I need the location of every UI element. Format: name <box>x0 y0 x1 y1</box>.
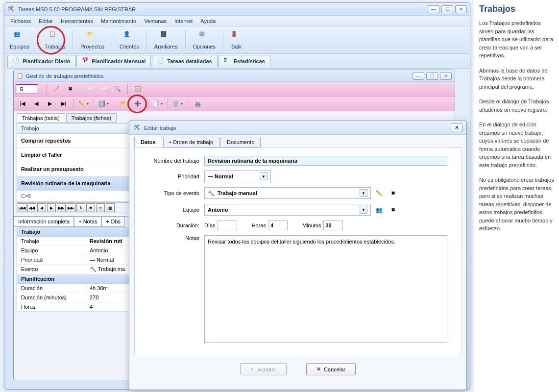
sigma-icon: Σ <box>224 57 232 65</box>
accept-button[interactable]: ✓Aceptar <box>240 363 287 375</box>
tab-planificador-diario[interactable]: 🕐Planificador Diario <box>7 55 75 67</box>
hammer-icon: 🔨 <box>208 190 215 196</box>
main-toolbar: 👥Equipos 📋Trabajos 📁Proyectos 👤Clientes … <box>4 26 470 54</box>
x-icon: ✕ <box>316 366 321 372</box>
delete-record-icon[interactable]: 🗑️▼ <box>172 98 183 109</box>
dialog-titlebar: 🛠️ Editar trabajo ✕ <box>129 121 466 135</box>
child-minimize-button[interactable]: — <box>413 72 424 80</box>
prioridad-label: Prioridad <box>142 173 204 179</box>
tab-trabajos-tabla[interactable]: Trabajos (tabla) <box>17 113 65 123</box>
dtab-info-completa[interactable]: Información completa <box>14 217 74 227</box>
dtab-datos[interactable]: Datos <box>134 137 162 147</box>
tab-tareas-detalladas[interactable]: 📄Tareas detalladas <box>152 55 218 67</box>
nav-grid-icon[interactable]: ▦ <box>106 203 115 212</box>
record-toolbar: |◀ ◀ ▶ ▶| ✏️▼ ℹ️▼ 📂 ➕ 📑▼ 🗑️▼ 🖨️ <box>14 97 455 111</box>
dialog-close-button[interactable]: ✕ <box>451 123 462 132</box>
copy-icon[interactable]: 📑▼ <box>152 98 163 109</box>
help-panel: Trabajos Los Trabajos predefinidos sirve… <box>474 0 559 392</box>
nav-prev-page-icon[interactable]: ◀◀ <box>27 203 36 212</box>
chevron-down-icon: ▼ <box>260 172 267 180</box>
last-record-icon[interactable]: ▶| <box>58 98 69 109</box>
close-button[interactable]: ✕ <box>455 5 467 13</box>
search-icon[interactable]: 🔍 <box>112 84 123 95</box>
nav-filter-icon[interactable]: ▿ <box>96 203 105 212</box>
edit-tipo-button[interactable]: ✏️ <box>374 188 385 198</box>
equipo-select[interactable]: Antonio ▼ <box>204 204 371 216</box>
notas-label: Notas <box>142 235 204 241</box>
toolbar-trabajos[interactable]: 📋Trabajos <box>39 27 71 53</box>
tipo-evento-select[interactable]: 🔨 Trabajo manual ▼ <box>204 187 371 199</box>
nav-next-page-icon[interactable]: ▶▶ <box>57 203 66 212</box>
menu-herramientas[interactable]: Herramientas <box>57 17 97 25</box>
new-folder-icon[interactable]: 📂 <box>119 98 129 109</box>
menu-ayuda[interactable]: Ayuda <box>196 17 219 25</box>
dialog-icon: 🛠️ <box>133 124 141 132</box>
menu-ficheros[interactable]: Ficheros <box>6 17 35 25</box>
cloud2-icon[interactable]: ☁️ <box>98 84 109 95</box>
main-tabstrip: 🕐Planificador Diario 📅Planificador Mensu… <box>4 54 470 69</box>
cloud-icon[interactable]: ☁️ <box>85 84 96 95</box>
menu-editar[interactable]: Editar <box>35 17 57 25</box>
help-title: Trabajos <box>479 4 554 14</box>
toolbar-clientes[interactable]: 👤Clientes <box>114 27 145 53</box>
add-record-icon[interactable]: ➕ <box>132 98 143 109</box>
dtab-orden[interactable]: • Orden de trabajo <box>163 137 219 147</box>
nav-next-icon[interactable]: ▶ <box>47 203 56 212</box>
info-icon[interactable]: ℹ️▼ <box>98 98 109 109</box>
child-close-button[interactable]: ✕ <box>440 72 452 80</box>
team-icon: 👥 <box>14 31 25 43</box>
nav-prev-icon[interactable]: ◀ <box>37 203 46 212</box>
tab-estadisticas[interactable]: ΣEstadísticas <box>219 55 270 67</box>
exit-icon: 🚪 <box>231 31 243 43</box>
prioridad-select[interactable]: — Normal ▼ <box>204 171 271 182</box>
chevron-down-icon: ▼ <box>360 189 367 197</box>
dtab-obs[interactable]: + Obs <box>101 217 125 227</box>
notas-textarea[interactable] <box>204 235 447 343</box>
minimize-button[interactable]: — <box>428 5 439 13</box>
toolbar-salir[interactable]: 🚪Salir <box>225 27 248 53</box>
nombre-label: Nombre del trabajo <box>142 158 204 164</box>
print-icon[interactable]: 🖨️ <box>193 98 203 109</box>
maximize-button[interactable]: ☐ <box>441 5 453 13</box>
highlight-circle-icon <box>127 95 147 113</box>
delete-filter-icon[interactable]: ✖ <box>65 84 75 95</box>
cancel-button[interactable]: ✕Cancelar <box>306 363 356 375</box>
nav-first-icon[interactable]: |◀◀ <box>18 203 26 212</box>
horas-input[interactable] <box>268 220 288 230</box>
options-icon: ⚙️ <box>198 31 210 43</box>
toolbar-equipos[interactable]: 👥Equipos <box>4 27 35 53</box>
nav-refresh-icon[interactable]: ↻ <box>76 203 85 212</box>
tipo-label: Tipo de evento <box>142 190 204 196</box>
window-arrange-icon[interactable]: 🪟 <box>132 84 143 95</box>
nav-bookmark-icon[interactable]: ✱ <box>86 203 95 212</box>
help-text: Los Trabajos predefinidos sirven para gu… <box>479 19 554 233</box>
clear-equipo-button[interactable]: ✖ <box>388 204 398 215</box>
menu-ventanas[interactable]: Ventanas <box>140 17 170 25</box>
dias-input[interactable] <box>218 220 237 230</box>
dialog-body: Nombre del trabajo Prioridad — Normal ▼ … <box>134 147 462 355</box>
menu-mantenimiento[interactable]: Mantenimiento <box>97 17 140 25</box>
menubar: Ficheros Editar Herramientas Mantenimien… <box>4 16 470 26</box>
prev-record-icon[interactable]: ◀ <box>31 98 42 109</box>
nombre-input[interactable] <box>204 156 447 166</box>
toolbar-auxiliares[interactable]: 🗄️Auxiliares <box>149 27 183 53</box>
edit-icon[interactable]: ✏️▼ <box>78 98 89 109</box>
clear-filter-icon[interactable]: 🧹 <box>51 84 62 95</box>
nav-last-icon[interactable]: ▶▶| <box>67 203 75 212</box>
first-record-icon[interactable]: |◀ <box>17 98 28 109</box>
menu-internet[interactable]: Internet <box>170 17 196 25</box>
child-maximize-button[interactable]: ☐ <box>426 72 438 80</box>
minutos-input[interactable] <box>323 220 343 230</box>
next-record-icon[interactable]: ▶ <box>45 98 55 109</box>
check-icon: ✓ <box>250 366 255 372</box>
toolbar-opciones[interactable]: ⚙️Opciones <box>188 27 221 53</box>
tab-trabajos-fichas[interactable]: Trabajos (fichas) <box>66 113 117 123</box>
dtab-documento[interactable]: Documento <box>220 137 261 147</box>
tab-planificador-mensual[interactable]: 📅Planificador Mensual <box>76 55 151 67</box>
toolbar-proyectos[interactable]: 📁Proyectos <box>75 27 110 53</box>
clear-tipo-button[interactable]: ✖ <box>388 188 398 198</box>
edit-equipo-button[interactable]: 👥 <box>374 204 385 215</box>
calendar-icon: 📅 <box>82 57 90 65</box>
record-count-field[interactable] <box>16 84 38 94</box>
dtab-notas[interactable]: + Notas <box>74 217 101 227</box>
